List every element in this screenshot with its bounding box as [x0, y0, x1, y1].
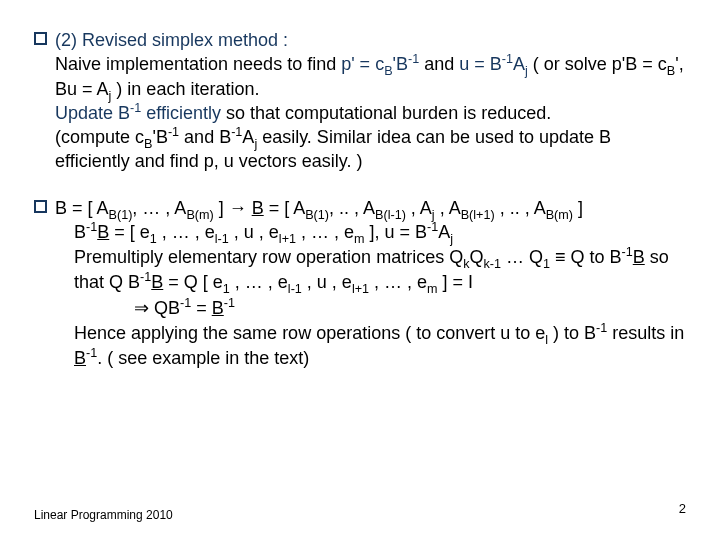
t: m [427, 282, 438, 296]
t: ⇒ QB [134, 298, 180, 318]
t: , … , e [369, 272, 427, 292]
t: efficiently [141, 103, 226, 123]
t: 1 [543, 257, 550, 271]
t: -1 [86, 220, 97, 234]
t: l+1 [352, 282, 369, 296]
t: … Q [501, 247, 543, 267]
t: j [450, 232, 453, 246]
t: ], u = B [365, 222, 428, 242]
t: and B [179, 127, 231, 147]
t: so that computational burden is reduced. [226, 103, 551, 123]
t: u = B-1Aj [459, 54, 528, 74]
t: , .. , A [329, 198, 375, 218]
t: B [212, 298, 224, 318]
t: -1 [596, 321, 607, 335]
t: B = [ A [55, 198, 109, 218]
t: p' = cB'B-1 [341, 54, 419, 74]
t: , A [435, 198, 461, 218]
t: A [242, 127, 254, 147]
t: B [384, 64, 392, 78]
footer-text: Linear Programming 2010 [34, 508, 173, 522]
t: , … , A [132, 198, 186, 218]
t: ) in each iteration. [111, 79, 259, 99]
t: -1 [224, 296, 235, 310]
t: Naive implementation needs to find [55, 54, 341, 74]
t: B [74, 222, 86, 242]
t: , u , e [229, 222, 279, 242]
page-number: 2 [679, 501, 686, 516]
t: A [513, 54, 525, 74]
t: ≡ Q to B [550, 247, 622, 267]
t: (compute c [55, 127, 144, 147]
bullet-row-2: B = [ AB(1), … , AB(m) ] → B = [ AB(1), … [34, 196, 686, 220]
t: and [419, 54, 459, 74]
t: , … , e [230, 272, 288, 292]
t: B [97, 222, 109, 242]
t: results in [607, 323, 684, 343]
t: = [ e [109, 222, 150, 242]
t: ] → [214, 198, 252, 218]
t: B [633, 247, 645, 267]
t: -1 [140, 270, 151, 284]
t: u = B [459, 54, 502, 74]
bullet-icon [34, 200, 47, 213]
t: B [74, 348, 86, 368]
t: ( or solve p'B = c [528, 54, 667, 74]
t: Premultiply elementary row operation mat… [74, 247, 463, 267]
t: Hence applying the same row operations (… [74, 323, 545, 343]
body-2: B-1B = [ e1 , … , el-1 , u , el+1 , … , … [74, 220, 686, 371]
block-2: B = [ AB(1), … , AB(m) ] → B = [ AB(1), … [34, 196, 686, 371]
t: l-1 [288, 282, 302, 296]
t: l+1 [279, 232, 296, 246]
t: -1 [427, 220, 438, 234]
body-1: Naive implementation needs to find p' = … [55, 52, 686, 173]
bullet-icon [34, 32, 47, 45]
t: ) to B [548, 323, 596, 343]
t: -1 [86, 346, 97, 360]
t: . ( see example in the text) [97, 348, 309, 368]
t: Q [469, 247, 483, 267]
t: Update B-1 efficiently [55, 103, 226, 123]
t: B(m) [546, 207, 573, 221]
t: ] = I [438, 272, 474, 292]
t: B [74, 348, 86, 368]
t: p' = c [341, 54, 384, 74]
t: = [191, 298, 212, 318]
t: A [438, 222, 450, 242]
t: 1 [150, 232, 157, 246]
t: -1 [502, 52, 513, 66]
block-1: (2) Revised simplex method : Naive imple… [34, 28, 686, 174]
t: ] [573, 198, 583, 218]
t: = [ A [264, 198, 306, 218]
t: -1 [408, 52, 419, 66]
bullet-row-1: (2) Revised simplex method : [34, 28, 686, 52]
t: , … , e [296, 222, 354, 242]
t: -1 [231, 125, 242, 139]
t: -1 [130, 101, 141, 115]
t: l-1 [215, 232, 229, 246]
t: 'B [393, 54, 408, 74]
lead-2: B = [ AB(1), … , AB(m) ] → B = [ AB(1), … [55, 196, 583, 220]
t: B [151, 272, 163, 292]
t: , u , e [302, 272, 352, 292]
t: 'B [152, 127, 167, 147]
lead-1: (2) Revised simplex method : [55, 28, 288, 52]
t: -1 [622, 245, 633, 259]
t: -1 [168, 125, 179, 139]
t: -1 [180, 296, 191, 310]
t: k-1 [483, 257, 501, 271]
t: B [212, 298, 224, 318]
t: B [252, 198, 264, 218]
t: B [667, 64, 675, 78]
t: = Q [ e [163, 272, 223, 292]
t: Update B [55, 103, 130, 123]
t: , .. , A [495, 198, 546, 218]
t: m [354, 232, 365, 246]
slide: (2) Revised simplex method : Naive imple… [0, 0, 720, 540]
t: 1 [223, 282, 230, 296]
t: , A [406, 198, 432, 218]
t: , … , e [157, 222, 215, 242]
t: B(l+1) [461, 207, 495, 221]
